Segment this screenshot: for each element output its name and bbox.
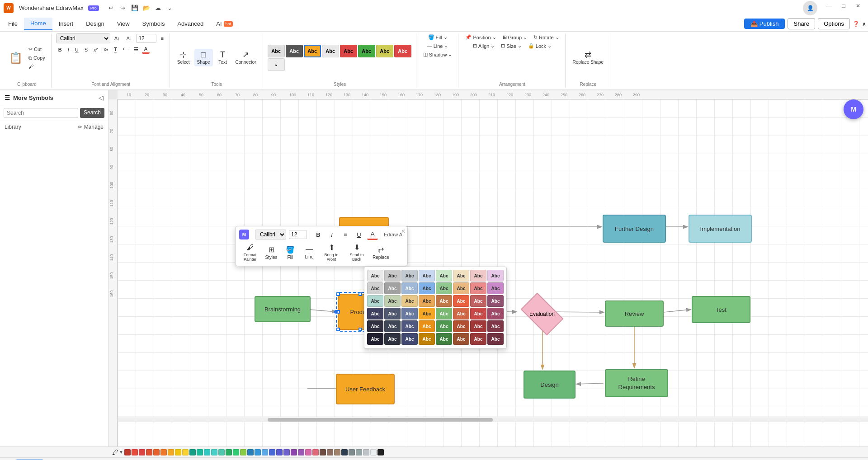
ft-size-input[interactable]: [289, 230, 307, 239]
sp-5-5[interactable]: Abc: [436, 320, 452, 332]
color-orange-red[interactable]: [146, 449, 152, 455]
shape-test[interactable]: Test: [692, 296, 750, 323]
swatch-6[interactable]: Abc: [358, 45, 375, 57]
menu-insert[interactable]: Insert: [52, 18, 80, 30]
subscript-btn[interactable]: x₂: [101, 46, 110, 53]
color-gray-dark[interactable]: [341, 449, 348, 455]
ft-bold-btn[interactable]: B: [313, 229, 324, 240]
menu-design[interactable]: Design: [80, 18, 110, 30]
sp-2-8[interactable]: Abc: [487, 282, 504, 294]
color-gray2[interactable]: [356, 449, 362, 455]
undo-btn[interactable]: ↩: [106, 3, 116, 13]
sp-4-2[interactable]: Abc: [384, 308, 401, 319]
handle-tl[interactable]: [336, 292, 340, 296]
font-shrink-btn[interactable]: A↓: [124, 35, 135, 42]
publish-btn[interactable]: 📤 Publish: [744, 19, 785, 29]
ft-styles-btn[interactable]: ⊞ Styles: [263, 244, 280, 261]
sp-5-8[interactable]: Abc: [487, 320, 504, 332]
menu-symbols[interactable]: Symbols: [136, 18, 171, 30]
paste-btn[interactable]: 📋: [6, 50, 25, 66]
swatch-8[interactable]: Abc: [394, 45, 411, 57]
group-btn[interactable]: ⊞ Group ⌄: [500, 33, 530, 41]
float-toolbar-close[interactable]: ✕: [401, 228, 406, 235]
color-brown[interactable]: [327, 449, 333, 455]
color-blue-dark[interactable]: [247, 449, 254, 455]
sidebar-close-icon[interactable]: ◁: [99, 94, 104, 101]
sp-5-4[interactable]: Abc: [419, 320, 435, 332]
size-btn[interactable]: ⊡ Size ⌄: [499, 42, 524, 50]
sp-2-1[interactable]: Abc: [367, 282, 383, 294]
color-pink[interactable]: [305, 449, 311, 455]
sp-4-8[interactable]: Abc: [487, 308, 504, 319]
menu-ai[interactable]: AI hot: [210, 18, 239, 30]
canvas-area[interactable]: 10 20 30 40 50 60 70 80 90 100 110 120 1…: [108, 90, 868, 446]
align-group-btn[interactable]: ⊟ Align ⌄: [471, 42, 497, 50]
bold-btn[interactable]: B: [56, 46, 64, 53]
font-color-btn[interactable]: A: [142, 45, 150, 54]
shape-further-design[interactable]: Further Design: [603, 215, 666, 243]
connection-left[interactable]: [334, 310, 338, 314]
sp-4-1[interactable]: Abc: [367, 308, 383, 319]
scrollbar-thumb[interactable]: [268, 418, 493, 422]
color-yellow2[interactable]: [182, 449, 189, 455]
sp-2-6[interactable]: Abc: [453, 282, 469, 294]
swatch-more[interactable]: ⌄: [268, 58, 285, 71]
handle-tm[interactable]: [359, 292, 362, 296]
sp-5-6[interactable]: Abc: [453, 320, 469, 332]
connector-btn[interactable]: ↗ Connector: [233, 49, 259, 66]
search-input[interactable]: [4, 108, 78, 118]
sp-1-3[interactable]: Abc: [401, 270, 418, 282]
menu-view[interactable]: View: [111, 18, 136, 30]
search-btn[interactable]: Search: [80, 108, 104, 118]
rotate-btn[interactable]: ↻ Rotate ⌄: [531, 33, 561, 41]
sp-1-6[interactable]: Abc: [453, 270, 469, 282]
shape-implementation[interactable]: Implementation: [689, 215, 752, 243]
sp-1-2[interactable]: Abc: [384, 270, 401, 282]
horizontal-scrollbar[interactable]: [118, 417, 868, 422]
sp-1-4[interactable]: Abc: [419, 270, 435, 282]
font-size-input[interactable]: [136, 34, 156, 43]
color-purple[interactable]: [291, 449, 297, 455]
underline-btn[interactable]: U: [73, 46, 81, 53]
text-btn[interactable]: T Text: [215, 49, 231, 66]
fill-btn[interactable]: 🪣 Fill ⌄: [426, 33, 450, 41]
color-blue[interactable]: [255, 449, 261, 455]
open-btn[interactable]: 📂: [142, 3, 151, 13]
color-blue2[interactable]: [262, 449, 268, 455]
sp-6-7[interactable]: Abc: [470, 333, 486, 345]
sp-4-6[interactable]: Abc: [453, 308, 469, 319]
user-avatar[interactable]: 👤: [803, 1, 817, 15]
ft-font-color-btn[interactable]: A: [367, 229, 378, 240]
shape-user-feedback[interactable]: User Feedback: [336, 374, 395, 404]
color-orange2[interactable]: [160, 449, 167, 455]
sp-3-8[interactable]: Abc: [487, 295, 504, 307]
save-btn[interactable]: 💾: [130, 3, 140, 13]
color-purple2[interactable]: [298, 449, 304, 455]
sp-2-4[interactable]: Abc: [419, 282, 435, 294]
ai-floating-btn[interactable]: M: [844, 99, 863, 119]
color-light-gray[interactable]: [363, 449, 369, 455]
font-grow-btn[interactable]: A↑: [112, 35, 123, 42]
strikethrough-btn[interactable]: S: [82, 46, 90, 53]
color-lime[interactable]: [240, 449, 246, 455]
select-btn[interactable]: ⊹ Select: [175, 49, 193, 66]
superscript-btn[interactable]: x²: [91, 46, 100, 53]
cloud-btn[interactable]: ☁: [153, 3, 163, 13]
sp-1-8[interactable]: Abc: [487, 270, 504, 282]
options-btn[interactable]: Options: [818, 18, 850, 29]
cut-btn[interactable]: ✂ Cut: [26, 46, 47, 53]
ft-fill-btn[interactable]: 🪣 Fill: [282, 244, 299, 261]
swatch-3[interactable]: Abc: [304, 45, 321, 57]
ft-italic-btn[interactable]: I: [326, 229, 337, 240]
sp-3-6[interactable]: Abc: [453, 295, 469, 307]
sp-3-5[interactable]: Abc: [436, 295, 452, 307]
sp-6-8[interactable]: Abc: [487, 333, 504, 345]
sp-6-1[interactable]: Abc: [367, 333, 383, 345]
shape-design[interactable]: Design: [524, 371, 576, 399]
sp-2-7[interactable]: Abc: [470, 282, 486, 294]
color-green2[interactable]: [233, 449, 239, 455]
sp-6-4[interactable]: Abc: [419, 333, 435, 345]
shape-refine-req[interactable]: RefineRequirements: [605, 369, 668, 397]
close-btn[interactable]: ✕: [852, 1, 864, 11]
sp-5-1[interactable]: Abc: [367, 320, 383, 332]
